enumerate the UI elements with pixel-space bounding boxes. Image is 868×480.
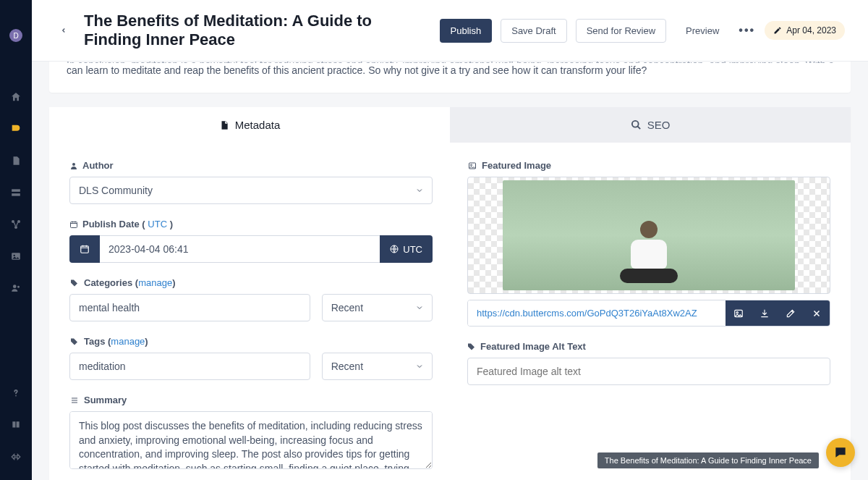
remove-image-button[interactable] bbox=[804, 300, 830, 326]
tag-icon bbox=[467, 342, 476, 351]
user-icon bbox=[69, 161, 78, 170]
chat-icon bbox=[833, 445, 848, 460]
send-review-button[interactable]: Send for Review bbox=[576, 19, 666, 43]
pencil-icon bbox=[773, 26, 782, 35]
avatar[interactable]: D bbox=[9, 29, 22, 42]
tags-input[interactable] bbox=[69, 353, 310, 380]
svg-rect-11 bbox=[71, 222, 77, 227]
list-icon bbox=[69, 396, 80, 405]
tab-metadata[interactable]: Metadata bbox=[49, 107, 450, 143]
metadata-panel: Metadata SEO Author DLS Community bbox=[49, 107, 851, 480]
categories-recent-select[interactable]: Recent bbox=[322, 294, 433, 321]
header-bar: The Benefits of Meditation: A Guide to F… bbox=[32, 0, 868, 62]
api-icon[interactable] bbox=[10, 451, 22, 463]
publish-date-input[interactable] bbox=[100, 235, 380, 263]
tags-label: Tags (manage) bbox=[69, 336, 433, 347]
meta-right-column: Featured Image bbox=[467, 160, 830, 469]
main-content: The Benefits of Meditation: A Guide to F… bbox=[32, 0, 868, 480]
image-icon bbox=[467, 161, 477, 170]
tags-icon bbox=[69, 279, 80, 287]
date-badge: Apr 04, 2023 bbox=[765, 21, 845, 40]
featured-image-url[interactable] bbox=[468, 300, 726, 326]
svg-rect-12 bbox=[81, 246, 89, 253]
svg-point-10 bbox=[72, 163, 75, 166]
blog-icon[interactable] bbox=[10, 123, 22, 135]
edit-image-button[interactable] bbox=[778, 300, 804, 326]
sidebar: D bbox=[0, 0, 32, 480]
utc-link[interactable]: UTC bbox=[148, 219, 167, 230]
utc-button[interactable]: UTC bbox=[380, 235, 433, 263]
home-icon[interactable] bbox=[10, 91, 22, 103]
calendar-icon bbox=[69, 220, 78, 229]
svg-point-6 bbox=[14, 255, 15, 256]
svg-point-9 bbox=[632, 121, 639, 127]
summary-textarea[interactable] bbox=[69, 411, 433, 469]
download-button[interactable] bbox=[752, 300, 778, 326]
back-button[interactable] bbox=[55, 22, 72, 39]
media-icon[interactable] bbox=[10, 250, 22, 262]
image-library-button[interactable] bbox=[726, 300, 752, 326]
svg-point-15 bbox=[471, 164, 472, 166]
tab-seo[interactable]: SEO bbox=[450, 107, 851, 143]
svg-rect-1 bbox=[12, 193, 20, 196]
tags-icon bbox=[69, 337, 80, 346]
featured-image-label: Featured Image bbox=[467, 160, 830, 171]
breadcrumb-badge: The Benefits of Meditation: A Guide to F… bbox=[597, 452, 819, 468]
publish-button[interactable]: Publish bbox=[440, 19, 493, 43]
components-icon[interactable] bbox=[10, 219, 22, 230]
publish-date-label: Publish Date ( UTC ) bbox=[69, 219, 433, 230]
search-icon bbox=[631, 119, 642, 130]
users-icon[interactable] bbox=[10, 282, 22, 294]
categories-label: Categories (manage) bbox=[69, 277, 433, 288]
author-label: Author bbox=[69, 160, 433, 171]
manage-categories-link[interactable]: manage bbox=[138, 277, 172, 288]
docs-icon[interactable] bbox=[10, 419, 22, 431]
featured-alt-label: Featured Image Alt Text bbox=[467, 341, 830, 352]
svg-point-17 bbox=[736, 311, 738, 313]
featured-alt-input[interactable] bbox=[467, 358, 830, 385]
meta-left-column: Author DLS Community Publish Date ( UTC … bbox=[69, 160, 433, 469]
svg-point-8 bbox=[17, 286, 20, 288]
preview-button[interactable]: Preview bbox=[675, 19, 730, 43]
save-draft-button[interactable]: Save Draft bbox=[501, 19, 566, 43]
categories-input[interactable] bbox=[69, 294, 310, 321]
author-select[interactable]: DLS Community bbox=[69, 177, 433, 204]
svg-rect-0 bbox=[12, 189, 20, 192]
publish-date-group: UTC bbox=[69, 235, 433, 263]
file-icon bbox=[219, 119, 229, 131]
globe-icon bbox=[390, 245, 399, 253]
svg-point-4 bbox=[14, 226, 17, 229]
tabs: Metadata SEO bbox=[49, 107, 851, 143]
content-card: In conclusion, meditation is a powerful … bbox=[49, 57, 851, 93]
collections-icon[interactable] bbox=[10, 187, 22, 198]
calendar-button[interactable] bbox=[69, 235, 100, 263]
summary-label: Summary bbox=[69, 395, 433, 405]
tags-recent-select[interactable]: Recent bbox=[322, 353, 433, 380]
svg-point-7 bbox=[13, 285, 17, 288]
help-icon[interactable] bbox=[10, 387, 22, 399]
chat-button[interactable] bbox=[826, 438, 855, 467]
page-title: The Benefits of Meditation: A Guide to F… bbox=[84, 12, 428, 49]
featured-image-preview[interactable] bbox=[467, 177, 830, 294]
pages-icon[interactable] bbox=[10, 155, 22, 167]
manage-tags-link[interactable]: manage bbox=[111, 336, 145, 347]
more-button[interactable]: ••• bbox=[739, 24, 756, 37]
